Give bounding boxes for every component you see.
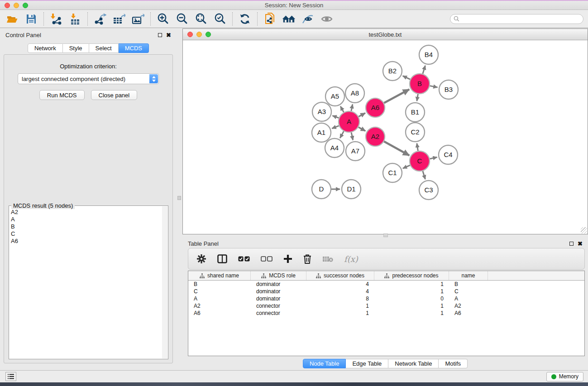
cell-predecessor[interactable]: 1 [374, 302, 449, 310]
edge-B-B3[interactable] [430, 86, 438, 87]
node-C3[interactable]: C3 [419, 181, 438, 200]
show-panel-icon[interactable] [320, 12, 334, 26]
result-item[interactable]: A2 [11, 209, 162, 216]
node-D[interactable]: D [312, 180, 331, 199]
node-C2[interactable]: C2 [406, 123, 425, 142]
edge-C-C4[interactable] [430, 157, 437, 159]
select-all-checkboxes-icon[interactable] [238, 256, 250, 262]
edge-B-B2[interactable] [403, 76, 411, 80]
cell-shared-name[interactable]: A [188, 295, 251, 302]
edge-A-A1[interactable] [332, 126, 339, 129]
import-table-icon[interactable] [68, 12, 82, 26]
edge-A-A2[interactable] [359, 127, 365, 131]
node-A4[interactable]: A4 [325, 138, 344, 157]
node-B[interactable]: B [410, 74, 430, 94]
edge-A-A4[interactable] [340, 131, 344, 138]
cell-shared-name[interactable]: A2 [188, 302, 251, 310]
close-panel-icon[interactable]: ✖ [166, 33, 171, 37]
search-field[interactable] [450, 14, 583, 24]
result-item[interactable]: C [11, 230, 162, 238]
close-panel-button[interactable]: Close panel [91, 90, 138, 100]
edge-A-A8[interactable] [351, 105, 353, 111]
cell-mcds-role[interactable]: dominator [251, 281, 306, 288]
edge-A-A6[interactable] [359, 113, 365, 117]
mcds-result-list[interactable]: A2ABCA6 [11, 209, 162, 358]
memory-button[interactable]: Memory [546, 372, 583, 381]
edge-B-B4[interactable] [423, 66, 425, 74]
table-row[interactable]: C dominator 4 1 C [188, 288, 584, 295]
cell-mcds-role[interactable]: dominator [251, 288, 306, 295]
table-row[interactable]: A6 connector 1 1 A6 [188, 310, 584, 317]
node-A[interactable]: A [339, 111, 359, 132]
deselect-checkboxes-icon[interactable] [261, 256, 272, 262]
cell-predecessor[interactable]: 1 [374, 288, 449, 295]
edge-B-B1[interactable] [417, 94, 418, 101]
column-header-predecessor-nodes[interactable]: predecessor nodes [374, 271, 449, 280]
node-A8[interactable]: A8 [345, 84, 364, 103]
tab-style[interactable]: Style [63, 43, 89, 53]
zoom-fit-icon[interactable] [194, 12, 208, 26]
tab-select[interactable]: Select [89, 43, 119, 53]
node-B1[interactable]: B1 [406, 103, 425, 122]
node-D1[interactable]: D1 [342, 180, 361, 199]
divider-grip[interactable] [383, 234, 388, 237]
result-item[interactable]: A [11, 216, 162, 223]
refresh-icon[interactable] [238, 12, 252, 26]
tab-motifs[interactable]: Motifs [439, 359, 468, 368]
import-network-icon[interactable] [49, 12, 63, 26]
divider-grip[interactable] [177, 196, 181, 200]
node-A5[interactable]: A5 [325, 87, 344, 106]
cell-successor[interactable]: 1 [306, 310, 374, 317]
cell-successor[interactable]: 8 [306, 295, 374, 302]
edge-A-A5[interactable] [340, 106, 344, 112]
float-panel-icon[interactable] [158, 33, 162, 37]
cell-name[interactable]: B [449, 281, 488, 288]
cell-name[interactable]: A6 [449, 310, 488, 317]
network-canvas[interactable]: B4B2BB3B1A5A8A6A3AA1A2A4A7C2CC4C1C3DD1 [183, 41, 587, 234]
open-file-icon[interactable] [5, 12, 19, 26]
table-row[interactable]: B dominator 4 1 B [188, 281, 584, 288]
zoom-in-icon[interactable] [156, 12, 170, 26]
node-C4[interactable]: C4 [439, 145, 458, 164]
close-panel-icon[interactable]: ✖ [578, 242, 583, 246]
node-B2[interactable]: B2 [383, 62, 402, 81]
search-input[interactable] [461, 16, 583, 22]
run-mcds-button[interactable]: Run MCDS [39, 90, 85, 100]
node-C1[interactable]: C1 [383, 163, 402, 182]
cell-shared-name[interactable]: B [188, 281, 251, 288]
float-panel-icon[interactable] [569, 242, 574, 246]
network-window-titlebar[interactable]: testGlobe.txt [183, 29, 588, 40]
cell-mcds-role[interactable]: dominator [251, 295, 306, 302]
delete-table-icon[interactable] [322, 256, 333, 262]
tab-edge-table[interactable]: Edge Table [346, 359, 388, 368]
export-table-icon[interactable] [112, 12, 126, 26]
cell-name[interactable]: C [449, 288, 488, 295]
function-builder-icon[interactable]: f(x) [344, 254, 358, 264]
tab-network[interactable]: Network [28, 43, 63, 53]
edge-A-A7[interactable] [351, 133, 353, 140]
node-B3[interactable]: B3 [439, 80, 458, 99]
delete-icon[interactable] [303, 254, 311, 264]
cell-shared-name[interactable]: C [188, 288, 251, 295]
node-A2[interactable]: A2 [366, 127, 385, 146]
tab-mcds[interactable]: MCDS [119, 43, 149, 53]
column-header-mcds-role[interactable]: MCDS role [251, 271, 306, 280]
save-session-icon[interactable] [24, 12, 38, 26]
node-A6[interactable]: A6 [366, 98, 385, 117]
edge-A6-B[interactable] [384, 89, 409, 103]
cell-successor[interactable]: 4 [306, 288, 374, 295]
criterion-dropdown[interactable]: largest connected component (directed) [18, 73, 159, 84]
cell-mcds-role[interactable]: connector [251, 302, 306, 310]
edge-C-C2[interactable] [417, 143, 418, 151]
cell-successor[interactable]: 4 [306, 281, 374, 288]
new-network-from-file-icon[interactable] [263, 12, 277, 26]
hide-panel-icon[interactable] [301, 12, 315, 26]
tab-node-table[interactable]: Node Table [303, 359, 346, 368]
resize-grip-icon[interactable] [581, 227, 587, 234]
table-row[interactable]: A2 connector 1 1 A2 [188, 302, 584, 310]
result-item[interactable]: B [11, 223, 162, 230]
node-B4[interactable]: B4 [419, 45, 438, 64]
task-history-button[interactable] [5, 372, 16, 381]
gear-icon[interactable] [196, 254, 206, 264]
node-A1[interactable]: A1 [312, 123, 331, 142]
